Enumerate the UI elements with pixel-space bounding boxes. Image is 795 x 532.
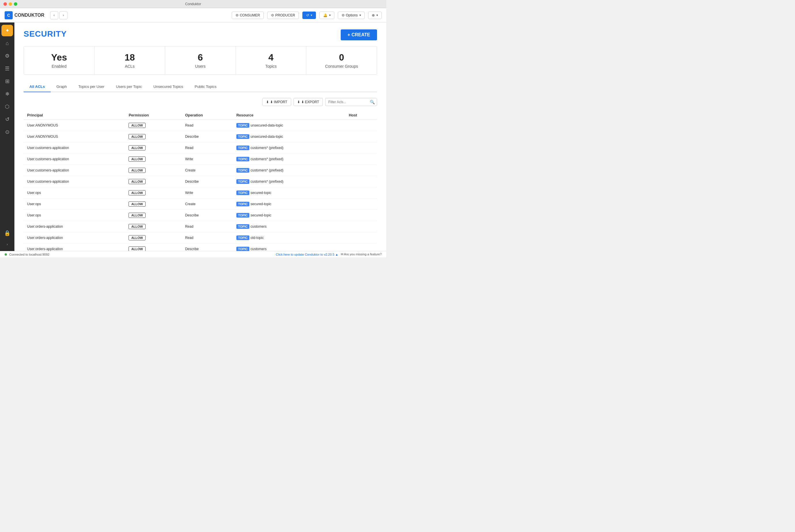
cell-permission: ALLOW [125,154,182,165]
bell-icon: 🔔 [323,13,327,17]
import-button[interactable]: ⬇ ⬇ IMPORT [262,98,291,106]
stat-topics-value: 4 [243,52,299,63]
cell-operation: Describe [182,244,233,251]
sidebar-item-home[interactable]: ⌂ [1,37,13,49]
table-row: User:orders-application ALLOW Read TOPIC… [24,232,377,244]
cell-principal: User:ops [24,187,125,198]
refresh-dropdown-icon: ▾ [311,14,312,17]
hexagon-icon: ⬡ [5,103,10,110]
sidebar-item-settings[interactable]: ⚙ [1,50,13,62]
sidebar-item-database[interactable]: ⊙ [1,126,13,138]
app-title: Conduktor [185,2,201,6]
cell-resource: TOPICcustomers* (prefixed) [233,154,345,165]
stat-enabled: Yes Enabled [24,46,95,74]
cell-host [345,142,377,154]
sidebar-item-kafka-connect[interactable]: ↺ [1,114,13,125]
sidebar-expand-button[interactable]: › [1,240,13,249]
cell-principal: User:orders-application [24,232,125,244]
search-icon[interactable]: 🔍 [370,100,375,104]
cell-permission: ALLOW [125,198,182,210]
tabs: All ACLs Graph Topics per User Users per… [24,81,377,92]
stat-enabled-label: Enabled [31,64,87,69]
update-link[interactable]: Click here to update Conduktor to v2.20.… [276,253,338,256]
refresh-button[interactable]: ↺ ▾ [302,12,316,19]
producer-icon: ⚙ [271,13,274,17]
options-button[interactable]: ⚙ Options ▾ [338,12,365,19]
filter-input[interactable] [325,98,377,106]
bell-dropdown-icon: ▾ [329,14,330,17]
extra-dropdown-button[interactable]: ⊕ ▾ [368,12,382,19]
table-header: Principal Permission Operation Resource … [24,111,377,120]
cell-operation: Write [182,187,233,198]
cell-permission: ALLOW [125,232,182,244]
gear-icon: ⚙ [5,53,10,59]
stat-acls-label: ACLs [101,64,158,69]
tab-topics-per-user[interactable]: Topics per User [73,81,110,92]
cell-resource: TOPICcustomers [233,221,345,232]
cell-host [345,187,377,198]
sidebar-item-security[interactable]: ✦ [1,25,13,36]
minimize-button[interactable] [8,2,12,6]
col-host: Host [345,111,377,120]
sidebar-item-consumers[interactable]: ⊞ [1,76,13,87]
window-controls[interactable] [3,2,17,6]
consumer-button[interactable]: ⚙ CONSUMER [232,12,264,19]
home-icon: ⌂ [6,40,9,46]
tab-public-topics[interactable]: Public Topics [189,81,222,92]
create-button[interactable]: + CREATE [341,30,377,40]
tab-graph[interactable]: Graph [51,81,73,92]
cell-resource: TOPICsecured-topic [233,198,345,210]
producer-button[interactable]: ⚙ PRODUCER [267,12,299,19]
logo: C CONDUKTOR [5,11,44,19]
table-row: User:ops ALLOW Create TOPICsecured-topic [24,198,377,210]
stat-enabled-value: Yes [31,52,87,63]
table-row: User:ops ALLOW Write TOPICsecured-topic [24,187,377,198]
missing-feature-link[interactable]: ✉ Are you missing a feature? [341,252,382,256]
acl-table: Principal Permission Operation Resource … [24,111,377,251]
bell-button[interactable]: 🔔 ▾ [319,12,334,19]
tab-unsecured-topics[interactable]: Unsecured Topics [148,81,189,92]
sliders-icon: ⊞ [5,78,10,84]
logo-icon: C [5,11,13,19]
maximize-button[interactable] [14,2,17,6]
page-title: SECURITY [24,30,67,39]
connect-icon: ↺ [5,116,10,122]
lock-icon: 🔒 [4,230,11,236]
cell-principal: User:ANONYMOUS [24,131,125,142]
cell-principal: User:ops [24,198,125,210]
extra-icon: ⊕ [372,13,375,17]
cell-resource: TOPICsecured-topic [233,210,345,221]
cell-operation: Describe [182,210,233,221]
cell-principal: User:customers-application [24,165,125,176]
cell-operation: Read [182,232,233,244]
table-body: User:ANONYMOUS ALLOW Read TOPICunsecured… [24,120,377,251]
sidebar-item-schema[interactable]: ⬡ [1,101,13,112]
database-icon: ⊙ [5,129,10,135]
cell-permission: ALLOW [125,176,182,187]
sidebar-item-ksql[interactable]: ❄ [1,88,13,100]
connection-status-dot [5,253,7,255]
nav-forward-button[interactable]: › [59,11,68,19]
stat-acls: 18 ACLs [95,46,165,74]
stat-acls-value: 18 [101,52,158,63]
close-button[interactable] [3,2,7,6]
cell-host [345,221,377,232]
table-row: User:customers-application ALLOW Describ… [24,176,377,187]
stat-users-value: 6 [172,52,229,63]
export-button[interactable]: ⬇ ⬇ EXPORT [294,98,323,106]
cell-host [345,176,377,187]
tab-all-acls[interactable]: All ACLs [24,81,51,92]
sidebar-item-topics[interactable]: ☰ [1,63,13,74]
sidebar-item-lock[interactable]: 🔒 [1,227,13,239]
snowflake-icon: ❄ [5,91,10,97]
table-row: User:customers-application ALLOW Create … [24,165,377,176]
extra-dropdown-icon: ▾ [376,14,378,17]
table-row: User:customers-application ALLOW Write T… [24,154,377,165]
table-row: User:orders-application ALLOW Read TOPIC… [24,221,377,232]
tab-users-per-topic[interactable]: Users per Topic [110,81,148,92]
security-hex-icon: ✦ [5,27,10,34]
title-bar: Conduktor [0,0,386,8]
consumer-icon: ⚙ [235,13,239,17]
cell-permission: ALLOW [125,142,182,154]
nav-back-button[interactable]: ‹ [50,11,58,19]
